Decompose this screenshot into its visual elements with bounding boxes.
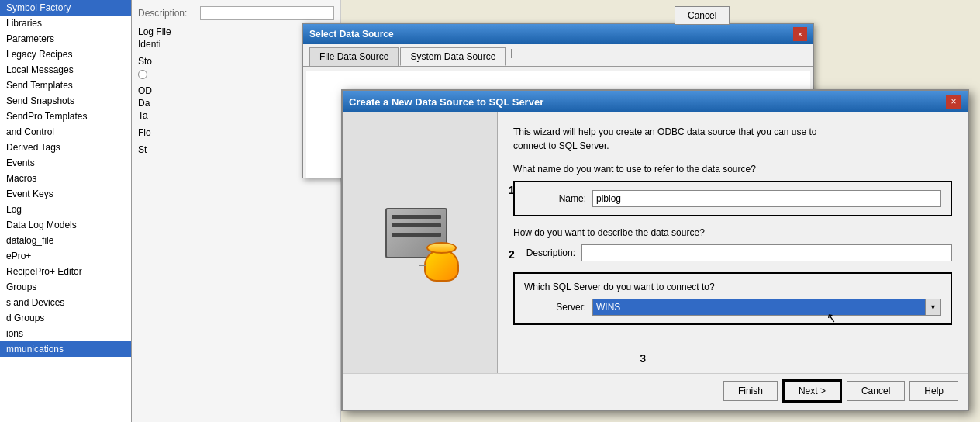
step1-number-label: 1 bbox=[509, 184, 515, 196]
bg-cancel-button[interactable]: Cancel bbox=[675, 6, 730, 25]
select-datasource-close-button[interactable]: × bbox=[793, 27, 807, 41]
step2-desc-row: Description: bbox=[513, 244, 952, 261]
step1-question: What name do you want to use to refer to… bbox=[513, 164, 952, 175]
step3-number-label: 3 bbox=[640, 352, 646, 365]
create-datasource-body: This wizard will help you create an ODBC… bbox=[343, 112, 968, 373]
sidebar-item-epro[interactable]: ePro+ bbox=[0, 248, 131, 264]
server-slot-3 bbox=[392, 233, 441, 237]
step3-server-label: Server: bbox=[524, 302, 586, 313]
sidebar-item-andcontrol[interactable]: and Control bbox=[0, 124, 131, 140]
finish-button[interactable]: Finish bbox=[723, 381, 778, 401]
name-input[interactable] bbox=[592, 190, 941, 207]
sidebar-item-macros[interactable]: Macros bbox=[0, 171, 131, 186]
step1-name-row: Name: bbox=[524, 190, 941, 207]
sidebar-item-localmessages[interactable]: Local Messages bbox=[0, 62, 131, 78]
sidebar-item-communications[interactable]: mmunications bbox=[0, 341, 131, 357]
create-datasource-titlebar: Create a New Data Source to SQL Server × bbox=[343, 91, 968, 112]
create-datasource-title: Create a New Data Source to SQL Server bbox=[349, 96, 543, 108]
sidebar-item-events[interactable]: Events bbox=[0, 155, 131, 171]
step3-server-row: Server: WINS ▼ bbox=[524, 299, 941, 316]
create-datasource-icon-panel bbox=[343, 112, 498, 373]
server-connector bbox=[419, 265, 426, 266]
sidebar-item-dgroups[interactable]: d Groups bbox=[0, 310, 131, 326]
sidebar-item-log[interactable]: Log bbox=[0, 202, 131, 217]
database-cylinder-top bbox=[426, 242, 457, 254]
step1-name-label: Name: bbox=[524, 193, 586, 204]
server-slot-2 bbox=[392, 223, 441, 227]
sidebar-item-eventkeys[interactable]: Event Keys bbox=[0, 186, 131, 202]
sidebar-item-ions[interactable]: ions bbox=[0, 326, 131, 341]
create-datasource-footer: 3 Finish Next > Cancel Help bbox=[343, 373, 968, 408]
create-datasource-close-button[interactable]: × bbox=[946, 95, 961, 109]
tab-file-data-source[interactable]: File Data Source bbox=[309, 47, 399, 66]
sidebar-item-legacyrecipes[interactable]: Legacy Recipes bbox=[0, 47, 131, 62]
bg-cancel-area: Cancel bbox=[675, 6, 730, 25]
next-button[interactable]: Next > bbox=[782, 379, 842, 403]
server-select-container[interactable]: WINS ▼ bbox=[592, 299, 941, 316]
create-datasource-wizard-panel: This wizard will help you create an ODBC… bbox=[498, 112, 968, 373]
sidebar-item-sendprotemplates[interactable]: SendPro Templates bbox=[0, 109, 131, 124]
sidebar-item-groups[interactable]: Groups bbox=[0, 279, 131, 295]
tab-system-data-source[interactable]: System Data Source bbox=[400, 47, 506, 66]
sidebar-item-libraries[interactable]: Libraries bbox=[0, 16, 131, 31]
server-database-icon bbox=[381, 204, 459, 282]
help-button[interactable]: Help bbox=[909, 381, 958, 401]
step3-question: Which SQL Server do you want to connect … bbox=[524, 282, 941, 292]
bg-description-label: Description: bbox=[138, 8, 200, 19]
select-datasource-titlebar: Select Data Source × bbox=[303, 24, 813, 44]
sidebar-item-sendtemplates[interactable]: Send Templates bbox=[0, 78, 131, 93]
tabs-bar: File Data Source System Data Source | bbox=[303, 44, 813, 67]
bg-radio[interactable] bbox=[138, 70, 147, 79]
sidebar-item-sendsnapshots[interactable]: Send Snapshots bbox=[0, 93, 131, 109]
step2-description: How do you want to describe the data sou… bbox=[513, 227, 952, 238]
sidebar: Symbol Factory Libraries Parameters Lega… bbox=[0, 0, 132, 422]
server-dropdown-button[interactable]: ▼ bbox=[925, 299, 940, 315]
database-cylinder-body bbox=[424, 249, 459, 282]
sidebar-item-derivedtags[interactable]: Derived Tags bbox=[0, 140, 131, 155]
step1-box: Name: bbox=[513, 181, 952, 216]
sidebar-item-sanddevices[interactable]: s and Devices bbox=[0, 295, 131, 310]
sidebar-item-datalogfile[interactable]: datalog_file bbox=[0, 233, 131, 248]
tab-separator: | bbox=[510, 47, 512, 66]
step3-box: Which SQL Server do you want to connect … bbox=[513, 272, 952, 325]
wizard-description: This wizard will help you create an ODBC… bbox=[513, 125, 952, 153]
step2-desc-label: Description: bbox=[513, 247, 575, 258]
sidebar-item-symbolfactory[interactable]: Symbol Factory bbox=[0, 0, 131, 16]
sidebar-item-parameters[interactable]: Parameters bbox=[0, 31, 131, 47]
create-datasource-dialog: Create a New Data Source to SQL Server × bbox=[341, 89, 969, 411]
select-datasource-title: Select Data Source bbox=[309, 29, 394, 40]
description-input[interactable] bbox=[581, 244, 952, 261]
bg-description-input[interactable] bbox=[200, 6, 334, 20]
server-slot-1 bbox=[392, 215, 441, 219]
step2-number-label: 2 bbox=[509, 248, 515, 261]
server-select-value: WINS bbox=[593, 299, 925, 315]
cancel-button[interactable]: Cancel bbox=[847, 381, 905, 401]
sidebar-item-datalogmodels[interactable]: Data Log Models bbox=[0, 217, 131, 233]
sidebar-item-recipepro[interactable]: RecipePro+ Editor bbox=[0, 264, 131, 279]
